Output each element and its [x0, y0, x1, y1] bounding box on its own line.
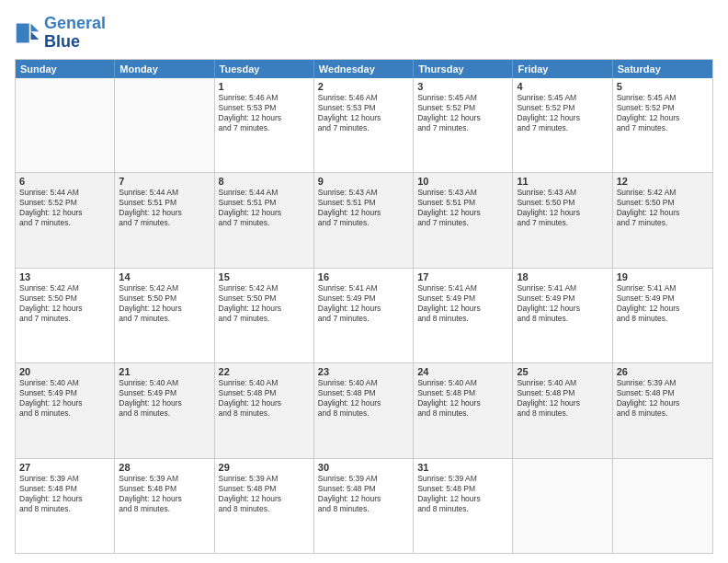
cell-text: Sunrise: 5:45 AM Sunset: 5:52 PM Dayligh…: [617, 93, 709, 133]
calendar-cell: 5Sunrise: 5:45 AM Sunset: 5:52 PM Daylig…: [613, 78, 712, 172]
calendar-cell: 10Sunrise: 5:43 AM Sunset: 5:51 PM Dayli…: [414, 173, 513, 267]
calendar-cell: 25Sunrise: 5:40 AM Sunset: 5:48 PM Dayli…: [513, 363, 612, 457]
cell-text: Sunrise: 5:46 AM Sunset: 5:53 PM Dayligh…: [219, 93, 310, 133]
calendar-cell: 14Sunrise: 5:42 AM Sunset: 5:50 PM Dayli…: [115, 269, 214, 362]
day-number: 4: [517, 81, 608, 92]
calendar-cell: 23Sunrise: 5:40 AM Sunset: 5:48 PM Dayli…: [314, 363, 414, 457]
calendar-cell: [613, 459, 712, 553]
day-number: 24: [417, 366, 508, 377]
day-number: 6: [19, 176, 110, 187]
logo-text: General Blue: [44, 15, 106, 52]
calendar-cell: [16, 78, 115, 172]
calendar-cell: 4Sunrise: 5:45 AM Sunset: 5:52 PM Daylig…: [513, 78, 612, 172]
calendar-cell: 11Sunrise: 5:43 AM Sunset: 5:50 PM Dayli…: [513, 173, 612, 267]
day-number: 2: [318, 81, 409, 92]
calendar-cell: [513, 459, 612, 553]
calendar-cell: 28Sunrise: 5:39 AM Sunset: 5:48 PM Dayli…: [115, 459, 214, 553]
cell-text: Sunrise: 5:41 AM Sunset: 5:49 PM Dayligh…: [517, 283, 608, 324]
cell-text: Sunrise: 5:40 AM Sunset: 5:49 PM Dayligh…: [19, 378, 110, 419]
cell-text: Sunrise: 5:40 AM Sunset: 5:48 PM Dayligh…: [517, 378, 608, 419]
cell-text: Sunrise: 5:40 AM Sunset: 5:48 PM Dayligh…: [219, 378, 310, 419]
day-number: 12: [617, 176, 709, 187]
day-number: 29: [219, 462, 310, 473]
header-day-wednesday: Wednesday: [314, 60, 414, 78]
calendar-cell: 15Sunrise: 5:42 AM Sunset: 5:50 PM Dayli…: [215, 269, 314, 362]
calendar-cell: 8Sunrise: 5:44 AM Sunset: 5:51 PM Daylig…: [215, 173, 314, 267]
day-number: 22: [219, 366, 310, 377]
day-number: 1: [219, 81, 310, 92]
cell-text: Sunrise: 5:42 AM Sunset: 5:50 PM Dayligh…: [219, 283, 310, 324]
calendar-row-0: 1Sunrise: 5:46 AM Sunset: 5:53 PM Daylig…: [16, 78, 712, 172]
day-number: 19: [617, 271, 709, 282]
cell-text: Sunrise: 5:40 AM Sunset: 5:48 PM Dayligh…: [417, 378, 508, 419]
logo: General Blue: [15, 15, 106, 52]
calendar-cell: 7Sunrise: 5:44 AM Sunset: 5:51 PM Daylig…: [115, 173, 214, 267]
calendar-row-2: 13Sunrise: 5:42 AM Sunset: 5:50 PM Dayli…: [16, 268, 712, 362]
calendar-cell: 9Sunrise: 5:43 AM Sunset: 5:51 PM Daylig…: [314, 173, 414, 267]
calendar-cell: 20Sunrise: 5:40 AM Sunset: 5:49 PM Dayli…: [16, 363, 115, 457]
day-number: 14: [119, 271, 210, 282]
cell-text: Sunrise: 5:39 AM Sunset: 5:48 PM Dayligh…: [417, 474, 508, 514]
calendar-cell: 31Sunrise: 5:39 AM Sunset: 5:48 PM Dayli…: [414, 459, 513, 553]
day-number: 30: [318, 462, 409, 473]
cell-text: Sunrise: 5:42 AM Sunset: 5:50 PM Dayligh…: [19, 283, 110, 324]
header-day-tuesday: Tuesday: [215, 60, 314, 78]
header: General Blue: [15, 15, 713, 52]
day-number: 27: [19, 462, 110, 473]
cell-text: Sunrise: 5:43 AM Sunset: 5:51 PM Dayligh…: [417, 188, 508, 228]
calendar-cell: 6Sunrise: 5:44 AM Sunset: 5:52 PM Daylig…: [16, 173, 115, 267]
page: General Blue SundayMondayTuesdayWednesda…: [0, 0, 728, 563]
header-day-friday: Friday: [513, 60, 612, 78]
header-day-monday: Monday: [115, 60, 214, 78]
cell-text: Sunrise: 5:41 AM Sunset: 5:49 PM Dayligh…: [318, 283, 409, 324]
day-number: 8: [219, 176, 310, 187]
cell-text: Sunrise: 5:39 AM Sunset: 5:48 PM Dayligh…: [219, 474, 310, 514]
header-day-thursday: Thursday: [414, 60, 513, 78]
day-number: 26: [617, 366, 709, 377]
calendar-cell: 2Sunrise: 5:46 AM Sunset: 5:53 PM Daylig…: [314, 78, 414, 172]
day-number: 15: [219, 271, 310, 282]
day-number: 28: [119, 462, 210, 473]
calendar-header: SundayMondayTuesdayWednesdayThursdayFrid…: [16, 60, 712, 78]
calendar-cell: 1Sunrise: 5:46 AM Sunset: 5:53 PM Daylig…: [215, 78, 314, 172]
header-day-sunday: Sunday: [16, 60, 115, 78]
svg-rect-3: [17, 23, 29, 42]
calendar-row-4: 27Sunrise: 5:39 AM Sunset: 5:48 PM Dayli…: [16, 458, 712, 553]
cell-text: Sunrise: 5:39 AM Sunset: 5:48 PM Dayligh…: [19, 474, 110, 514]
calendar-cell: 26Sunrise: 5:39 AM Sunset: 5:48 PM Dayli…: [613, 363, 712, 457]
calendar: SundayMondayTuesdayWednesdayThursdayFrid…: [15, 59, 713, 554]
cell-text: Sunrise: 5:40 AM Sunset: 5:48 PM Dayligh…: [318, 378, 409, 419]
cell-text: Sunrise: 5:44 AM Sunset: 5:51 PM Dayligh…: [219, 188, 310, 228]
day-number: 16: [318, 271, 409, 282]
cell-text: Sunrise: 5:42 AM Sunset: 5:50 PM Dayligh…: [617, 188, 709, 228]
day-number: 17: [417, 271, 508, 282]
cell-text: Sunrise: 5:44 AM Sunset: 5:52 PM Dayligh…: [19, 188, 110, 228]
cell-text: Sunrise: 5:41 AM Sunset: 5:49 PM Dayligh…: [417, 283, 508, 324]
day-number: 23: [318, 366, 409, 377]
cell-text: Sunrise: 5:41 AM Sunset: 5:49 PM Dayligh…: [617, 283, 709, 324]
calendar-cell: 29Sunrise: 5:39 AM Sunset: 5:48 PM Dayli…: [215, 459, 314, 553]
day-number: 18: [517, 271, 608, 282]
cell-text: Sunrise: 5:39 AM Sunset: 5:48 PM Dayligh…: [119, 474, 210, 514]
day-number: 5: [617, 81, 709, 92]
calendar-cell: 27Sunrise: 5:39 AM Sunset: 5:48 PM Dayli…: [16, 459, 115, 553]
calendar-cell: 12Sunrise: 5:42 AM Sunset: 5:50 PM Dayli…: [613, 173, 712, 267]
cell-text: Sunrise: 5:39 AM Sunset: 5:48 PM Dayligh…: [318, 474, 409, 514]
calendar-cell: 3Sunrise: 5:45 AM Sunset: 5:52 PM Daylig…: [414, 78, 513, 172]
day-number: 13: [19, 271, 110, 282]
calendar-row-1: 6Sunrise: 5:44 AM Sunset: 5:52 PM Daylig…: [16, 172, 712, 267]
cell-text: Sunrise: 5:42 AM Sunset: 5:50 PM Dayligh…: [119, 283, 210, 324]
cell-text: Sunrise: 5:45 AM Sunset: 5:52 PM Dayligh…: [517, 93, 608, 133]
calendar-cell: 17Sunrise: 5:41 AM Sunset: 5:49 PM Dayli…: [414, 269, 513, 362]
calendar-cell: 21Sunrise: 5:40 AM Sunset: 5:49 PM Dayli…: [115, 363, 214, 457]
day-number: 11: [517, 176, 608, 187]
calendar-cell: 18Sunrise: 5:41 AM Sunset: 5:49 PM Dayli…: [513, 269, 612, 362]
cell-text: Sunrise: 5:45 AM Sunset: 5:52 PM Dayligh…: [417, 93, 508, 133]
calendar-cell: 16Sunrise: 5:41 AM Sunset: 5:49 PM Dayli…: [314, 269, 414, 362]
calendar-row-3: 20Sunrise: 5:40 AM Sunset: 5:49 PM Dayli…: [16, 362, 712, 457]
day-number: 31: [417, 462, 508, 473]
calendar-cell: [115, 78, 214, 172]
cell-text: Sunrise: 5:46 AM Sunset: 5:53 PM Dayligh…: [318, 93, 409, 133]
cell-text: Sunrise: 5:39 AM Sunset: 5:48 PM Dayligh…: [617, 378, 709, 419]
calendar-cell: 13Sunrise: 5:42 AM Sunset: 5:50 PM Dayli…: [16, 269, 115, 362]
